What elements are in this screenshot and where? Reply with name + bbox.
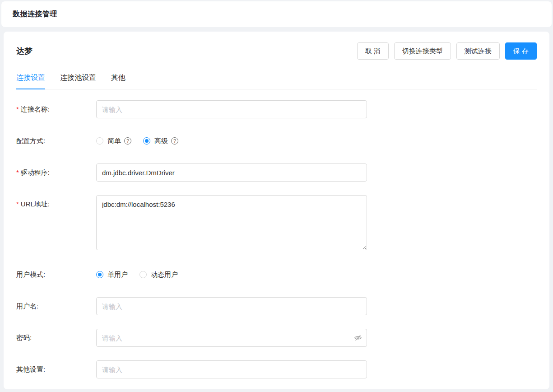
username-input[interactable]	[96, 297, 367, 315]
switch-connection-type-button[interactable]: 切换连接类型	[394, 42, 451, 60]
radio-checked-icon	[96, 271, 103, 278]
tab-pool-settings[interactable]: 连接池设置	[60, 73, 96, 89]
save-button[interactable]: 保 存	[505, 42, 537, 60]
user-mode-group: 单用户 动态用户	[96, 266, 367, 284]
url-textarea[interactable]: jdbc:dm://localhost:5236	[96, 195, 367, 250]
connection-form: *连接名称: 配置方式: 简单 ? 高级 ?	[16, 89, 537, 378]
form-row-other-settings: 其他设置:	[16, 360, 537, 378]
page-title: 数据连接管理	[13, 9, 57, 19]
config-mode-label: 配置方式:	[16, 132, 96, 150]
other-settings-input[interactable]	[96, 360, 367, 378]
form-row-driver: *驱动程序:	[16, 163, 537, 182]
tab-bar: 连接设置 连接池设置 其他	[16, 73, 537, 89]
radio-checked-icon	[143, 137, 150, 145]
connection-name-label: *连接名称:	[16, 100, 96, 118]
radio-unchecked-icon	[139, 271, 147, 278]
connection-panel: 达梦 取 消 切换连接类型 测试连接 保 存 连接设置 连接池设置 其他 *连接…	[4, 32, 549, 389]
form-row-config-mode: 配置方式: 简单 ? 高级 ?	[16, 132, 537, 150]
form-row-password: 密码:	[16, 329, 537, 347]
page-header: 数据连接管理	[1, 1, 552, 27]
user-mode-label: 用户模式:	[16, 266, 96, 284]
password-input[interactable]	[96, 329, 367, 347]
tab-other[interactable]: 其他	[111, 73, 125, 89]
action-buttons: 取 消 切换连接类型 测试连接 保 存	[357, 42, 537, 60]
driver-label: *驱动程序:	[16, 163, 96, 182]
form-row-connection-name: *连接名称:	[16, 100, 537, 118]
password-label: 密码:	[16, 329, 96, 347]
test-connection-button[interactable]: 测试连接	[456, 42, 500, 60]
other-settings-label: 其他设置:	[16, 360, 96, 378]
radio-advanced[interactable]: 高级 ?	[143, 137, 178, 145]
required-mark: *	[16, 168, 19, 176]
help-icon[interactable]: ?	[171, 137, 178, 145]
username-label: 用户名:	[16, 297, 96, 315]
radio-simple[interactable]: 简单 ?	[96, 137, 131, 145]
radio-dynamic-user[interactable]: 动态用户	[139, 271, 178, 279]
form-row-url: *URL地址: jdbc:dm://localhost:5236	[16, 195, 537, 252]
connection-name-input[interactable]	[96, 100, 367, 118]
url-label: *URL地址:	[16, 195, 96, 213]
eye-invisible-icon[interactable]	[354, 334, 362, 342]
help-icon[interactable]: ?	[124, 137, 131, 145]
panel-title: 达梦	[16, 46, 33, 56]
panel-header: 达梦 取 消 切换连接类型 测试连接 保 存	[16, 32, 537, 60]
driver-input[interactable]	[96, 163, 367, 182]
required-mark: *	[16, 105, 19, 113]
config-mode-group: 简单 ? 高级 ?	[96, 132, 367, 150]
cancel-button[interactable]: 取 消	[357, 42, 389, 60]
tab-connection-settings[interactable]: 连接设置	[16, 73, 45, 89]
radio-unchecked-icon	[96, 137, 103, 145]
form-row-user-mode: 用户模式: 单用户 动态用户	[16, 266, 537, 284]
form-row-username: 用户名:	[16, 297, 537, 315]
required-mark: *	[16, 200, 19, 208]
radio-single-user[interactable]: 单用户	[96, 271, 128, 279]
